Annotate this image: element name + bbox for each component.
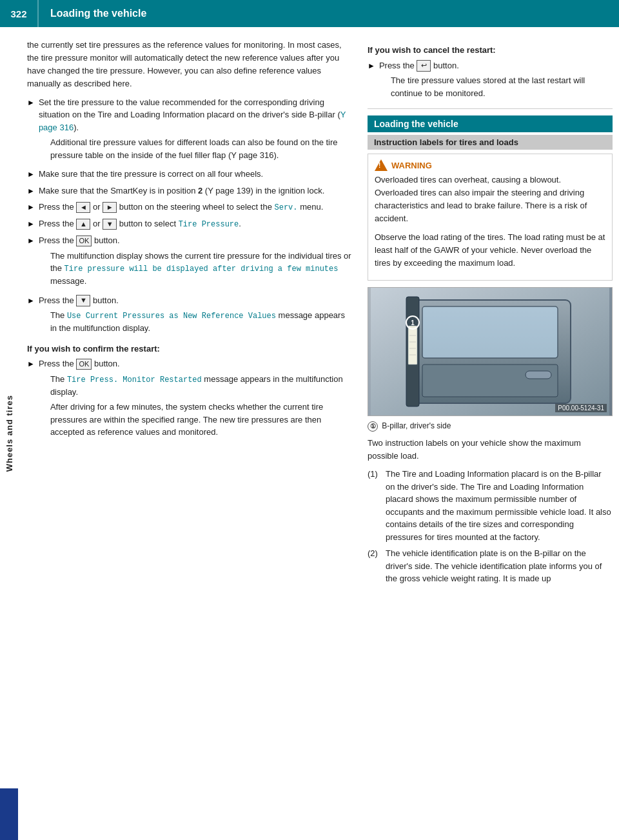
list-item: ► Set the tire pressure to the value rec… (27, 96, 353, 165)
list-item: ► Press the ◄ or ► button on the steerin… (27, 201, 353, 214)
button-down2: ▼ (76, 295, 90, 306)
svg-rect-4 (526, 371, 551, 379)
menu-label: Serv. (275, 203, 298, 212)
side-label-text: Wheels and tires (5, 395, 14, 472)
car-door-image: 1 P00.00-5124-31 (368, 287, 613, 416)
button-back: ↩ (417, 60, 431, 71)
bullet-content: Make sure that the SmartKey is in positi… (39, 185, 353, 197)
bullet-arrow: ► (27, 201, 35, 213)
two-labels-paragraph: Two instruction labels on your vehicle s… (368, 437, 613, 463)
confirm-bullet-list: ► Press the OK button. The Tire Press. M… (27, 357, 353, 441)
bullet-arrow: ► (368, 60, 375, 72)
main-bullet-list: ► Set the tire pressure to the value rec… (27, 96, 353, 337)
bullet-content: Press the ◄ or ► button on the steering … (39, 201, 353, 214)
bullet-arrow: ► (27, 235, 35, 246)
bullet-content: Press the OK button. The Tire Press. Mon… (39, 357, 353, 441)
left-column: the currently set tire pressures as the … (27, 39, 361, 589)
bullet-arrow: ► (27, 168, 35, 180)
item-number: (2) (368, 547, 386, 560)
item-text: The Tire and Loading Information placard… (386, 468, 613, 543)
bullet-arrow: ► (27, 97, 35, 108)
section-heading-teal: Loading the vehicle (368, 115, 613, 132)
svg-rect-3 (422, 365, 558, 397)
button-next: ► (103, 202, 117, 213)
main-content: the currently set tire pressures as the … (18, 27, 619, 595)
warning-triangle-icon (375, 159, 388, 171)
sub-indent: The Tire Press. Monitor Restarted messag… (39, 373, 353, 399)
list-item: ► Make sure that the tire pressure is co… (27, 168, 353, 181)
intro-paragraph: the currently set tire pressures as the … (27, 39, 353, 91)
sub-indent: The multifunction display shows the curr… (39, 250, 353, 288)
caption-number: ① (368, 421, 378, 432)
cancel-bullet-list: ► Press the ↩ button. The tire pressure … (368, 59, 613, 103)
bullet-arrow: ► (27, 185, 35, 197)
bullet-content: Press the ↩ button. The tire pressure va… (379, 59, 613, 103)
list-item: ► Press the ▼ button. The Use Current Pr… (27, 294, 353, 337)
warning-label: WARNING (391, 161, 432, 170)
warning-title: WARNING (375, 159, 605, 171)
menu-item-label: Tire Pressure (179, 220, 239, 229)
bullet-arrow: ► (27, 218, 35, 230)
car-door-svg: 1 (368, 287, 612, 416)
bullet-arrow: ► (27, 295, 35, 306)
bullet-content: Press the ▼ button. The Use Current Pres… (39, 294, 353, 337)
list-item: (2) The vehicle identification plate is … (368, 547, 613, 585)
button-down: ▼ (103, 219, 117, 230)
list-item: ► Press the OK button. The multifunction… (27, 234, 353, 290)
message-label2: Use Current Pressures as New Reference V… (67, 312, 276, 321)
page-number: 322 (0, 0, 39, 27)
bullet-content: Set the tire pressure to the value recom… (39, 96, 353, 165)
restarted-message: Tire Press. Monitor Restarted (67, 375, 202, 385)
right-column: If you wish to cancel the restart: ► Pre… (368, 39, 613, 589)
list-item: ► Press the ↩ button. The tire pressure … (368, 59, 613, 103)
list-item: ► Make sure that the SmartKey is in posi… (27, 185, 353, 197)
header-title: Loading the vehicle (39, 8, 146, 19)
sub-indent: The tire pressure values stored at the l… (379, 74, 613, 99)
bullet-content: Press the ▲ or ▼ button to select Tire P… (39, 217, 353, 230)
sub-indent2: After driving for a few minutes, the sys… (39, 401, 353, 439)
cancel-heading: If you wish to cancel the restart: (368, 44, 613, 57)
image-code-label: P00.00-5124-31 (555, 404, 607, 412)
numbered-list: (1) The Tire and Loading Information pla… (368, 468, 613, 585)
bullet-content: Press the OK button. The multifunction d… (39, 234, 353, 290)
image-caption: ① B-pillar, driver's side (368, 420, 613, 432)
list-item: ► Press the ▲ or ▼ button to select Tire… (27, 217, 353, 230)
sub-indent: The Use Current Pressures as New Referen… (39, 309, 353, 335)
button-prev: ◄ (76, 202, 90, 213)
svg-rect-6 (408, 326, 417, 365)
button-ok2: OK (76, 359, 92, 370)
caption-text-content: B-pillar, driver's side (382, 421, 451, 430)
warning-box: WARNING Overloaded tires can overheat, c… (368, 154, 613, 281)
svg-text:1: 1 (411, 319, 415, 326)
svg-rect-2 (422, 306, 558, 358)
item-number: (1) (368, 468, 386, 481)
sub-indent: Additional tire pressure values for diff… (39, 136, 353, 161)
side-blue-bar (0, 788, 18, 840)
list-item: (1) The Tire and Loading Information pla… (368, 468, 613, 543)
button-ok: OK (76, 235, 92, 246)
button-up: ▲ (76, 219, 90, 230)
list-item: ► Press the OK button. The Tire Press. M… (27, 357, 353, 441)
header-bar: 322 Loading the vehicle (0, 0, 619, 27)
message-label: Tire pressure will be displayed after dr… (64, 265, 339, 274)
divider (368, 108, 613, 109)
confirm-heading: If you wish to confirm the restart: (27, 343, 353, 355)
warning-paragraph-1: Overloaded tires can overheat, causing a… (375, 174, 605, 226)
bullet-content: Make sure that the tire pressure is corr… (39, 168, 353, 181)
side-label-container: Wheels and tires (0, 27, 18, 840)
section-heading-gray: Instruction labels for tires and loads (368, 135, 613, 150)
warning-paragraph-2: Observe the load rating of the tires. Th… (375, 231, 605, 270)
item-text: The vehicle identification plate is on t… (386, 547, 613, 585)
bullet-arrow: ► (27, 358, 35, 370)
